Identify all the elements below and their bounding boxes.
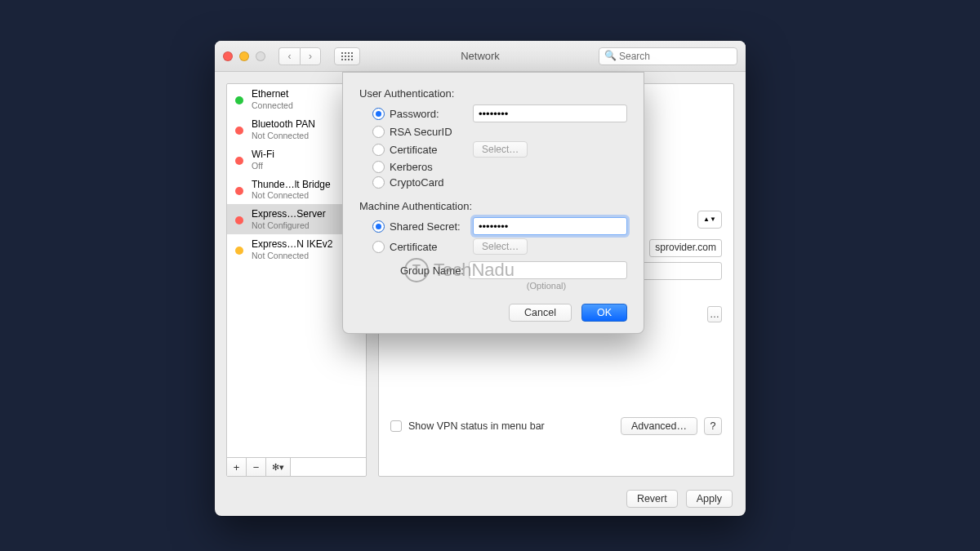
nav-buttons: ‹ › bbox=[278, 47, 321, 65]
vpn-status-row: Show VPN status in menu bar Advanced… ? bbox=[390, 417, 722, 435]
machine-certificate-radio[interactable] bbox=[372, 241, 385, 253]
help-button[interactable]: ? bbox=[704, 417, 722, 435]
configuration-popup[interactable]: ▲▼ bbox=[697, 211, 722, 229]
shared-secret-label: Shared Secret: bbox=[390, 220, 468, 233]
status-dot-icon bbox=[235, 96, 243, 104]
server-address-field[interactable]: sprovider.com bbox=[649, 239, 722, 257]
show-vpn-checkbox[interactable] bbox=[390, 420, 402, 432]
machine-certificate-option-row: Certificate Select… bbox=[359, 238, 627, 255]
search-input[interactable] bbox=[599, 47, 737, 65]
shared-secret-radio[interactable] bbox=[372, 220, 385, 233]
interface-name: Express…Server bbox=[252, 209, 326, 220]
certificate-select-button: Select… bbox=[473, 141, 528, 158]
rsa-label: RSA SecurID bbox=[390, 126, 452, 138]
group-name-label: Group Name: bbox=[372, 264, 464, 277]
machine-certificate-select-button: Select… bbox=[473, 238, 528, 255]
apply-button[interactable]: Apply bbox=[686, 490, 733, 508]
ok-button[interactable]: OK bbox=[581, 304, 627, 322]
window-controls bbox=[223, 51, 265, 61]
group-name-optional: (Optional) bbox=[359, 281, 627, 291]
close-icon[interactable] bbox=[223, 51, 233, 61]
status-dot-icon bbox=[235, 127, 243, 135]
cryptocard-radio[interactable] bbox=[372, 176, 385, 189]
interface-status: Not Connected bbox=[252, 251, 332, 260]
window-actions: Revert Apply bbox=[226, 485, 734, 509]
auth-settings-button[interactable]: … bbox=[707, 306, 722, 322]
interface-status: Off bbox=[252, 161, 274, 171]
window-title: Network bbox=[461, 50, 500, 62]
back-button[interactable]: ‹ bbox=[278, 47, 300, 65]
cryptocard-label: CryptoCard bbox=[390, 176, 443, 189]
titlebar: ‹ › Network 🔍 bbox=[215, 41, 746, 72]
shared-secret-option-row: Shared Secret: bbox=[359, 217, 627, 235]
sidebar-actions-button[interactable]: ✻▾ bbox=[266, 458, 291, 476]
password-input[interactable] bbox=[473, 104, 627, 122]
rsa-option-row: RSA SecurID bbox=[359, 126, 627, 138]
interface-name: Thunde…lt Bridge bbox=[252, 180, 331, 191]
sidebar-footer: + − ✻▾ bbox=[227, 457, 366, 476]
user-auth-heading: User Authentication: bbox=[359, 87, 627, 100]
machine-auth-heading: Machine Authentication: bbox=[359, 200, 627, 212]
forward-button[interactable]: › bbox=[300, 47, 321, 65]
revert-button[interactable]: Revert bbox=[626, 490, 678, 508]
kerberos-radio[interactable] bbox=[372, 161, 385, 173]
interface-status: Not Connected bbox=[252, 131, 315, 140]
interface-name: Express…N IKEv2 bbox=[252, 239, 332, 251]
maximize-icon bbox=[256, 51, 265, 61]
show-all-button[interactable] bbox=[334, 47, 360, 65]
shared-secret-input[interactable] bbox=[473, 217, 627, 235]
gear-icon: ✻▾ bbox=[272, 462, 284, 473]
interface-name: Bluetooth PAN bbox=[252, 119, 315, 131]
interface-status: Connected bbox=[252, 100, 293, 110]
minimize-icon[interactable] bbox=[239, 51, 249, 61]
group-name-row: Group Name: bbox=[359, 261, 627, 279]
advanced-button[interactable]: Advanced… bbox=[621, 417, 697, 435]
show-vpn-label: Show VPN status in menu bar bbox=[408, 420, 545, 432]
certificate-radio[interactable] bbox=[372, 144, 385, 156]
interface-status: Not Connected bbox=[252, 190, 331, 200]
search-field-wrap: 🔍 bbox=[599, 47, 737, 65]
status-dot-icon bbox=[235, 247, 243, 255]
grid-icon bbox=[341, 52, 353, 60]
remove-interface-button[interactable]: − bbox=[247, 458, 266, 476]
authentication-sheet: User Authentication: Password: RSA Secur… bbox=[342, 72, 644, 334]
cancel-button[interactable]: Cancel bbox=[509, 304, 572, 322]
certificate-label: Certificate bbox=[390, 144, 468, 156]
password-radio[interactable] bbox=[372, 108, 385, 120]
interface-name: Wi-Fi bbox=[252, 149, 274, 161]
rsa-radio[interactable] bbox=[372, 126, 385, 138]
interface-name: Ethernet bbox=[252, 89, 293, 100]
add-interface-button[interactable]: + bbox=[227, 458, 247, 476]
group-name-input[interactable] bbox=[469, 261, 627, 279]
search-icon: 🔍 bbox=[604, 50, 617, 61]
status-dot-icon bbox=[235, 216, 243, 224]
status-dot-icon bbox=[235, 187, 243, 195]
certificate-option-row: Certificate Select… bbox=[359, 141, 627, 158]
sheet-actions: Cancel OK bbox=[359, 304, 627, 322]
status-dot-icon bbox=[235, 157, 243, 165]
password-label: Password: bbox=[390, 108, 468, 120]
interface-status: Not Configured bbox=[252, 220, 326, 230]
password-option-row: Password: bbox=[359, 104, 627, 122]
kerberos-option-row: Kerberos bbox=[359, 161, 627, 173]
kerberos-label: Kerberos bbox=[390, 161, 433, 173]
machine-certificate-label: Certificate bbox=[390, 241, 468, 253]
cryptocard-option-row: CryptoCard bbox=[359, 176, 627, 189]
